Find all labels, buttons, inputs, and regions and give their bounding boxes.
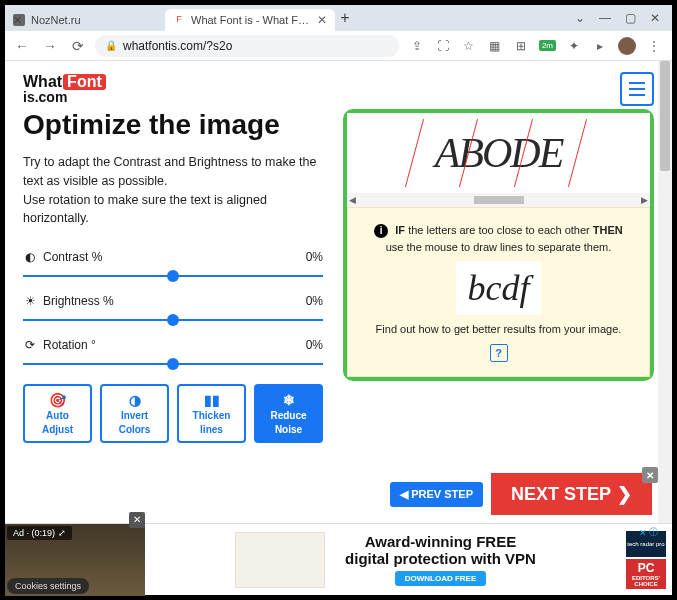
ad-close-x-icon[interactable]: ✕	[639, 528, 647, 538]
lock-icon: 🔒	[105, 40, 117, 51]
contrast-label: Contrast %	[43, 250, 102, 264]
rotation-value: 0%	[306, 338, 323, 352]
tab-favicon-0: ✕	[13, 14, 25, 26]
browser-tab-1[interactable]: F What Font is - What Font Is ✕	[165, 9, 335, 31]
scroll-thumb[interactable]	[474, 196, 524, 204]
ad-banner: ✕ Ad · (0:19) ⤢ Cookies settings Award-w…	[5, 523, 672, 595]
browser-menu-icon[interactable]: ⋮	[646, 38, 662, 54]
ext-puzzle-icon[interactable]: ✦	[566, 38, 582, 54]
thicken-l2: lines	[200, 424, 223, 436]
invert-icon: ◑	[129, 392, 141, 408]
contrast-icon: ◐	[23, 250, 37, 264]
window-dropdown-icon[interactable]: ⌄	[575, 11, 585, 25]
contrast-value: 0%	[306, 250, 323, 264]
ad-download-button[interactable]: DOWNLOAD FREE	[395, 571, 487, 586]
info-panel: i IF the letters are too close to each o…	[347, 207, 650, 377]
thicken-lines-button[interactable]: ▮▮Thickenlines	[177, 384, 246, 443]
next-step-label: NEXT STEP	[511, 484, 611, 505]
reduce-noise-button[interactable]: ❄ReduceNoise	[254, 384, 323, 443]
ext-badge-2m[interactable]: 2m	[539, 40, 556, 51]
nav-back-icon[interactable]: ←	[11, 35, 33, 57]
nav-forward-icon[interactable]: →	[39, 35, 61, 57]
prev-step-button[interactable]: ◀ PREV STEP	[390, 482, 483, 507]
profile-avatar[interactable]	[618, 37, 636, 55]
help-button[interactable]: ?	[490, 344, 508, 362]
rotation-label: Rotation °	[43, 338, 96, 352]
ad-thumbnail[interactable]	[235, 532, 325, 588]
tab-title-1: What Font is - What Font Is	[191, 14, 311, 26]
tab-close-icon[interactable]: ✕	[317, 13, 327, 27]
window-close-icon[interactable]: ✕	[650, 11, 660, 25]
info-end: use the mouse to draw lines to separate …	[386, 241, 612, 253]
page-content: What Font is.com Optimize the image Try …	[5, 61, 672, 595]
tab-favicon-1: F	[173, 14, 185, 26]
noise-l1: Reduce	[270, 410, 306, 422]
scroll-right-icon[interactable]: ▶	[641, 195, 648, 205]
ext-translate-icon[interactable]: ⛶	[435, 38, 451, 54]
auto-adjust-icon: 🎯	[49, 392, 66, 408]
ad-info-icon[interactable]: ⓘ	[649, 526, 658, 539]
next-close-icon[interactable]: ✕	[642, 467, 658, 483]
ext-star-icon[interactable]: ☆	[461, 38, 477, 54]
contrast-slider[interactable]	[23, 268, 323, 284]
ext-share-icon[interactable]: ⇪	[409, 38, 425, 54]
sample-image-area[interactable]: ABODE	[347, 113, 650, 193]
ad-video-close-icon[interactable]: ✕	[129, 512, 145, 528]
site-logo[interactable]: What Font is.com	[23, 74, 106, 104]
rotation-slider-thumb[interactable]	[167, 358, 179, 370]
ext-media-icon[interactable]: ▸	[592, 38, 608, 54]
info-if: IF	[395, 224, 405, 236]
ad-headline-1: Award-winning FREE	[345, 533, 536, 550]
noise-l2: Noise	[275, 424, 302, 436]
brightness-label: Brightness %	[43, 294, 114, 308]
scrollbar-thumb[interactable]	[660, 61, 670, 171]
separator-line[interactable]	[568, 119, 587, 187]
ad-headline-2: digital protection with VPN	[345, 550, 536, 567]
brightness-slider-thumb[interactable]	[167, 314, 179, 326]
next-step-button[interactable]: NEXT STEP ❯ ✕	[491, 473, 652, 515]
window-maximize-icon[interactable]: ▢	[625, 11, 636, 25]
ad-close-controls[interactable]: ✕ ⓘ	[639, 526, 658, 539]
desc-line-1: Try to adapt the Contrast and Brightness…	[23, 155, 316, 188]
logo-font: Font	[63, 74, 106, 90]
badge-pcmag: PCEDITORS' CHOICE	[626, 559, 666, 589]
separator-line[interactable]	[405, 119, 424, 187]
url-field[interactable]: 🔒 whatfontis.com/?s2o	[95, 35, 399, 57]
info-icon: i	[374, 224, 388, 238]
rotation-slider[interactable]	[23, 356, 323, 372]
cookies-settings-button[interactable]: Cookies settings	[7, 578, 89, 594]
brightness-icon: ☀	[23, 294, 37, 308]
logo-iscom: is.com	[23, 90, 106, 104]
brightness-value: 0%	[306, 294, 323, 308]
ad-video[interactable]: ✕ Ad · (0:19) ⤢ Cookies settings	[5, 524, 145, 596]
ext-generic-icon[interactable]: ▦	[487, 38, 503, 54]
thicken-icon: ▮▮	[204, 392, 220, 408]
rotation-icon: ⟳	[23, 338, 37, 352]
info-then: THEN	[593, 224, 623, 236]
desc-line-2: Use rotation to make sure the text is al…	[23, 193, 267, 226]
auto-adjust-button[interactable]: 🎯AutoAdjust	[23, 384, 92, 443]
preview-h-scrollbar[interactable]: ◀▶	[347, 193, 650, 207]
browser-tab-0[interactable]: ✕ NozNet.ru	[5, 9, 165, 31]
sample-text: ABODE	[435, 129, 563, 177]
contrast-slider-thumb[interactable]	[167, 270, 179, 282]
ext-dice-icon[interactable]: ⊞	[513, 38, 529, 54]
next-arrow-icon: ❯	[617, 483, 632, 505]
invert-colors-button[interactable]: ◑InvertColors	[100, 384, 169, 443]
noise-icon: ❄	[283, 392, 295, 408]
ad-expand-icon[interactable]: ⤢	[58, 528, 66, 538]
url-text: whatfontis.com/?s2o	[123, 39, 232, 53]
invert-l2: Colors	[119, 424, 151, 436]
window-titlebar: ✕ NozNet.ru F What Font is - What Font I…	[5, 5, 672, 31]
window-minimize-icon[interactable]: —	[599, 11, 611, 25]
page-description: Try to adapt the Contrast and Brightness…	[23, 153, 323, 228]
invert-l1: Invert	[121, 410, 148, 422]
hamburger-menu-button[interactable]	[620, 72, 654, 106]
bcdf-sample: bcdf	[456, 261, 542, 315]
vertical-scrollbar[interactable]	[658, 61, 672, 595]
brightness-slider[interactable]	[23, 312, 323, 328]
nav-reload-icon[interactable]: ⟳	[67, 35, 89, 57]
new-tab-button[interactable]: +	[335, 8, 355, 28]
findout-text: Find out how to get better results from …	[364, 321, 633, 338]
scroll-left-icon[interactable]: ◀	[349, 195, 356, 205]
